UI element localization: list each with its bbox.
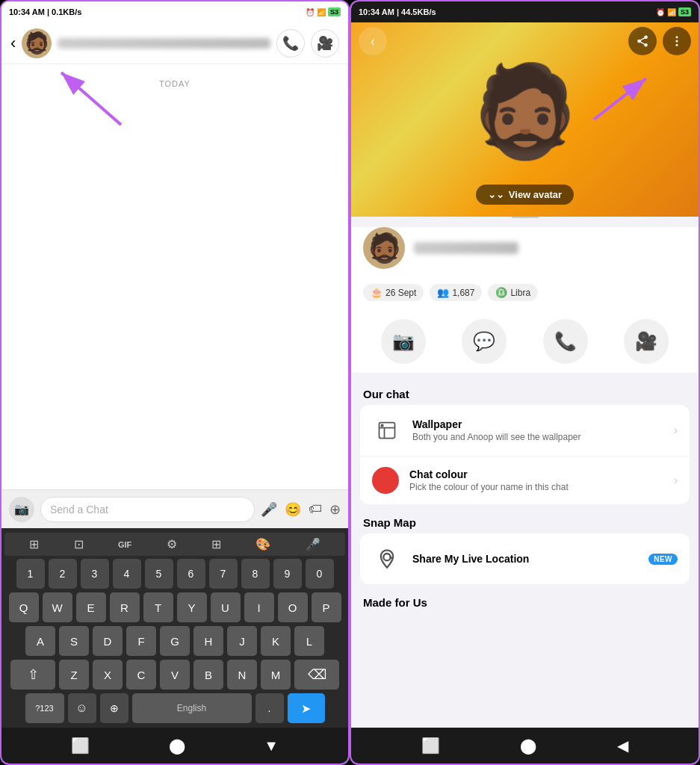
key-8[interactable]: 8 bbox=[241, 559, 270, 589]
key-9[interactable]: 9 bbox=[273, 559, 302, 589]
key-globe[interactable]: ⊕ bbox=[100, 693, 128, 723]
nav-recent-right[interactable]: ◀ bbox=[617, 737, 628, 755]
key-emoji[interactable]: ☺ bbox=[68, 693, 96, 723]
nav-home-right[interactable]: ⬜ bbox=[421, 737, 440, 755]
back-button[interactable]: ‹ bbox=[10, 34, 16, 53]
nav-back-left[interactable]: ⬤ bbox=[169, 737, 185, 755]
key-q[interactable]: Q bbox=[9, 592, 39, 622]
profile-avatar[interactable]: 🧔🏾 bbox=[363, 227, 405, 269]
key-c[interactable]: C bbox=[126, 660, 156, 690]
kb-palette-icon[interactable]: 🎨 bbox=[255, 537, 270, 551]
key-backspace[interactable]: ⌫ bbox=[294, 660, 339, 690]
hero-back-button[interactable]: ‹ bbox=[359, 27, 387, 55]
kb-gif-label[interactable]: GIF bbox=[118, 540, 131, 549]
key-4[interactable]: 4 bbox=[113, 559, 141, 589]
key-0[interactable]: 0 bbox=[306, 559, 334, 589]
key-6[interactable]: 6 bbox=[177, 559, 205, 589]
nav-home-left[interactable]: ⬜ bbox=[71, 737, 90, 755]
sticker-icon[interactable]: 🏷 bbox=[309, 501, 322, 517]
key-i[interactable]: I bbox=[244, 592, 274, 622]
chat-input-icons: 🎤 😊 🏷 ⊕ bbox=[261, 501, 341, 518]
kb-mic-icon[interactable]: 🎤 bbox=[306, 537, 320, 551]
right-phone: 10:34 AM | 44.5KB/s ⏰ 📶 S3 ‹ bbox=[350, 0, 700, 765]
key-j[interactable]: J bbox=[227, 626, 257, 656]
emoji-icon[interactable]: 😊 bbox=[285, 501, 301, 518]
camera-action-button[interactable]: 📷 bbox=[381, 319, 426, 364]
nav-recent-left[interactable]: ▼ bbox=[264, 737, 279, 755]
kb-grid-icon[interactable]: ⊞ bbox=[29, 537, 39, 551]
key-r[interactable]: R bbox=[110, 592, 140, 622]
zodiac-icon: ♎ bbox=[495, 287, 507, 298]
key-p[interactable]: P bbox=[312, 592, 341, 622]
view-avatar-button[interactable]: ⌄⌄ View avatar bbox=[476, 185, 574, 205]
key-v[interactable]: V bbox=[160, 660, 190, 690]
kb-translate-icon[interactable]: ⊞ bbox=[211, 537, 221, 551]
hero-share-button[interactable] bbox=[628, 27, 657, 55]
chat-colour-menu-item[interactable]: Chat colour Pick the colour of your name… bbox=[360, 456, 690, 504]
key-k[interactable]: K bbox=[261, 626, 291, 656]
key-u[interactable]: U bbox=[211, 592, 241, 622]
time-right: 10:34 AM | 44.5KB/s bbox=[359, 7, 436, 16]
key-o[interactable]: O bbox=[278, 592, 308, 622]
mic-icon[interactable]: 🎤 bbox=[261, 501, 277, 518]
signal-icon: 📶 bbox=[317, 8, 326, 16]
plus-icon[interactable]: ⊕ bbox=[329, 501, 341, 518]
contact-name-blurred bbox=[58, 38, 270, 49]
key-e[interactable]: E bbox=[76, 592, 106, 622]
hero-more-button[interactable] bbox=[663, 27, 691, 55]
key-sym[interactable]: ?123 bbox=[25, 693, 64, 723]
keyboard: ⊞ ⊡ GIF ⚙ ⊞ 🎨 🎤 1 2 3 4 5 6 7 8 9 0 bbox=[1, 528, 348, 728]
svg-point-2 bbox=[676, 36, 678, 38]
key-shift[interactable]: ⇧ bbox=[10, 660, 55, 690]
chat-colour-title: Chat colour bbox=[409, 468, 663, 480]
chat-action-button[interactable]: 💬 bbox=[462, 319, 507, 364]
keyboard-rows: 1 2 3 4 5 6 7 8 9 0 Q W E R T Y U I bbox=[4, 559, 345, 723]
chat-header: ‹ 🧔🏾 📞 🎥 bbox=[1, 22, 348, 64]
key-f[interactable]: F bbox=[126, 626, 156, 656]
key-z[interactable]: Z bbox=[59, 660, 89, 690]
our-chat-section-title: Our chat bbox=[351, 382, 699, 405]
key-a[interactable]: A bbox=[25, 626, 55, 656]
purple-arrow-right bbox=[586, 67, 661, 127]
key-2[interactable]: 2 bbox=[49, 559, 77, 589]
key-s[interactable]: S bbox=[59, 626, 89, 656]
profile-sheet: 🧔🏾 🎂 26 Sept 👥 1,687 ♎ Libra 📷 bbox=[351, 208, 699, 728]
key-5[interactable]: 5 bbox=[145, 559, 173, 589]
chat-action-icon: 💬 bbox=[473, 331, 495, 352]
video-button[interactable]: 🎥 bbox=[311, 29, 339, 58]
badge-sign-text: Libra bbox=[510, 288, 530, 298]
key-w[interactable]: W bbox=[43, 592, 72, 622]
key-7[interactable]: 7 bbox=[209, 559, 238, 589]
key-g[interactable]: G bbox=[160, 626, 190, 656]
key-1[interactable]: 1 bbox=[16, 559, 45, 589]
kb-settings-icon[interactable]: ⚙ bbox=[167, 537, 177, 551]
key-t[interactable]: T bbox=[143, 592, 173, 622]
camera-button[interactable]: 📷 bbox=[9, 497, 34, 522]
today-label: TODAY bbox=[159, 79, 191, 88]
key-send[interactable]: ➤ bbox=[288, 693, 325, 723]
call-button[interactable]: 📞 bbox=[276, 29, 305, 58]
call-action-button[interactable]: 📞 bbox=[543, 319, 588, 364]
key-3[interactable]: 3 bbox=[81, 559, 109, 589]
key-period[interactable]: . bbox=[255, 693, 284, 723]
key-l[interactable]: L bbox=[294, 626, 324, 656]
key-x[interactable]: X bbox=[93, 660, 123, 690]
key-n[interactable]: N bbox=[227, 660, 257, 690]
chat-colour-sub: Pick the colour of your name in this cha… bbox=[409, 482, 663, 492]
nav-back-right[interactable]: ⬤ bbox=[520, 737, 536, 755]
video-action-button[interactable]: 🎥 bbox=[624, 319, 669, 364]
status-icons-left: ⏰ 📶 S3 bbox=[306, 7, 341, 16]
key-space[interactable]: English bbox=[132, 693, 252, 723]
share-location-menu-item[interactable]: Share My Live Location NEW bbox=[360, 533, 690, 584]
key-h[interactable]: H bbox=[193, 626, 223, 656]
key-b[interactable]: B bbox=[193, 660, 223, 690]
contact-avatar[interactable]: 🧔🏾 bbox=[22, 28, 52, 58]
kb-sticker-icon[interactable]: ⊡ bbox=[74, 537, 84, 551]
key-m[interactable]: M bbox=[261, 660, 291, 690]
header-actions: 📞 🎥 bbox=[276, 29, 339, 58]
message-input[interactable]: Send a Chat bbox=[40, 497, 255, 522]
key-y[interactable]: Y bbox=[177, 592, 207, 622]
badge-sign: ♎ Libra bbox=[488, 284, 538, 301]
wallpaper-menu-item[interactable]: Wallpaper Both you and Anoop will see th… bbox=[360, 405, 690, 456]
key-d[interactable]: D bbox=[93, 626, 123, 656]
